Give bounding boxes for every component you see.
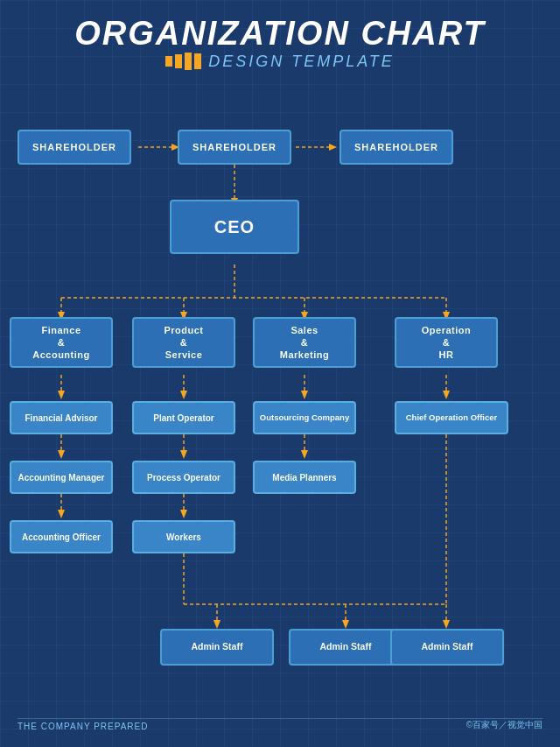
subtitle-row: DESIGN TEMPLATE (18, 53, 542, 71)
svg-marker-29 (301, 450, 308, 459)
plant-operator-box: Plant Operator (132, 401, 235, 434)
admin-staff-2-box: Admin Staff (289, 629, 402, 666)
dept-sales-box: Sales&Marketing (253, 317, 356, 368)
shareholder-1-box: SHAREHOLDER (18, 130, 131, 165)
svg-marker-42 (443, 620, 450, 629)
dept-finance-box: Finance&Accounting (10, 317, 113, 368)
svg-marker-17 (58, 391, 65, 399)
accounting-manager-box: Accounting Manager (10, 461, 113, 494)
svg-marker-19 (180, 391, 187, 399)
svg-marker-21 (301, 391, 308, 399)
svg-marker-27 (180, 450, 187, 459)
svg-marker-40 (342, 620, 349, 629)
title-section: ORGANIZATION CHART DESIGN TEMPLATE (18, 16, 542, 71)
main-title: ORGANIZATION CHART (18, 16, 542, 53)
footer-right: ©百家号／视觉中国 (466, 719, 542, 731)
subtitle: DESIGN TEMPLATE (208, 53, 395, 71)
shareholder-3-box: SHAREHOLDER (340, 130, 453, 165)
svg-marker-23 (443, 391, 450, 399)
workers-box: Workers (132, 520, 235, 553)
chief-operation-officer-box: Chief Operation Officer (395, 401, 508, 434)
shareholder-2-box: SHAREHOLDER (178, 130, 291, 165)
svg-marker-31 (58, 510, 65, 518)
svg-marker-38 (214, 620, 220, 629)
accounting-officer-box: Accounting Officer (10, 520, 113, 553)
svg-marker-25 (58, 450, 65, 459)
page-container: ORGANIZATION CHART DESIGN TEMPLATE (0, 0, 560, 747)
financial-advisor-box: Financial Advisor (10, 401, 113, 434)
ceo-box: CEO (170, 200, 299, 254)
process-operator-box: Process Operator (132, 461, 235, 494)
admin-staff-1-box: Admin Staff (160, 629, 274, 666)
dept-operation-box: Operation&HR (395, 317, 498, 368)
dept-product-box: Product&Service (132, 317, 235, 368)
media-planners-box: Media Planners (253, 461, 356, 494)
outsourcing-company-box: Outsourcing Company (253, 401, 356, 434)
footer-divider (18, 718, 542, 719)
svg-marker-3 (329, 144, 337, 151)
footer-left: THE COMPANY PREPARED (18, 722, 148, 731)
admin-staff-3-box: Admin Staff (390, 629, 504, 666)
svg-marker-33 (180, 510, 187, 518)
gold-bars-icon (165, 53, 201, 70)
